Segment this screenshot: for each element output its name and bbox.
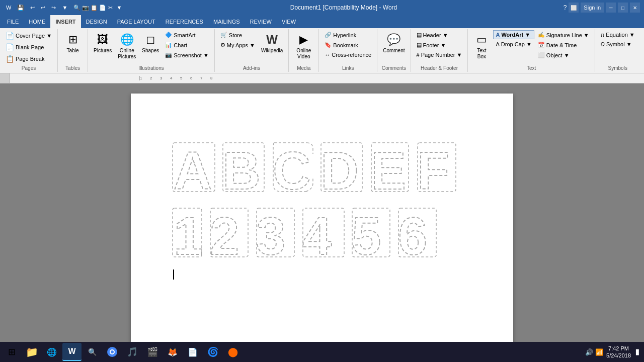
svg-text:4: 4 xyxy=(302,207,332,259)
addins-buttons: 🛒 Store ⚙ My Apps ▼ W Wikipedia xyxy=(218,30,286,64)
pictures-btn[interactable]: 🖼 Pictures xyxy=(91,30,114,55)
cross-reference-icon: ↔ xyxy=(325,52,330,58)
tab-home[interactable]: HOME xyxy=(24,15,50,28)
minimize-btn[interactable]: ─ xyxy=(606,3,616,13)
vlc-btn[interactable]: 🎵 xyxy=(123,343,142,361)
app9-btn[interactable]: 🌀 xyxy=(203,343,222,361)
date-time-btn[interactable]: 📅 Date & Time xyxy=(535,40,592,50)
smartart-btn[interactable]: 🔷 SmartArt xyxy=(163,30,211,40)
word-logo-btn[interactable]: W xyxy=(4,4,13,12)
save-btn[interactable]: 💾 xyxy=(15,4,26,12)
undo2-btn[interactable]: ↩ xyxy=(39,4,47,12)
svg-text:A: A xyxy=(174,141,212,194)
number-2-svg: 2 xyxy=(209,204,250,259)
my-apps-btn[interactable]: ⚙ My Apps ▼ xyxy=(218,40,258,50)
text-box-btn[interactable]: ▭ TextBox xyxy=(471,30,492,61)
ribbon-group-symbols: π Equation ▼ Ω Symbol ▼ Symbols xyxy=(595,29,640,72)
firefox-btn[interactable]: 🦊 xyxy=(163,343,182,361)
tab-design[interactable]: DESIGN xyxy=(81,15,112,28)
wordart-btn[interactable]: A WordArt ▼ xyxy=(493,30,534,39)
chrome-btn[interactable] xyxy=(103,343,122,361)
signature-line-btn[interactable]: ✍ Signature Line ▼ xyxy=(535,30,592,40)
header-btn[interactable]: ▤ Header ▼ xyxy=(414,30,465,40)
links-label: Links xyxy=(322,65,374,71)
header-footer-buttons: ▤ Header ▼ ▤ Footer ▼ # Page Number ▼ xyxy=(414,30,465,64)
footer-icon: ▤ xyxy=(417,42,422,48)
maximize-btn[interactable]: □ xyxy=(618,3,628,13)
ribbon-group-addins: 🛒 Store ⚙ My Apps ▼ W Wikipedia Add-ins xyxy=(215,29,289,72)
number-3-svg: 3 xyxy=(255,204,296,259)
tab-view[interactable]: VIEW xyxy=(277,15,301,28)
dropcap-btn[interactable]: A Drop Cap ▼ xyxy=(493,40,534,49)
tab-file[interactable]: FILE xyxy=(2,15,24,28)
tables-label: Tables xyxy=(61,65,85,71)
redo-btn[interactable]: ↪ xyxy=(49,4,58,12)
wikipedia-icon: W xyxy=(264,32,280,48)
wikipedia-btn[interactable]: W Wikipedia xyxy=(259,30,285,55)
page-number-btn[interactable]: # Page Number ▼ xyxy=(414,50,465,59)
svg-text:1: 1 xyxy=(174,207,203,259)
blank-page-btn[interactable]: 📄 Blank Page xyxy=(3,42,54,53)
letter-display: A B C D E xyxy=(161,124,483,296)
clock: 7:42 PM 5/24/2018 xyxy=(606,345,631,359)
acrobat-btn[interactable]: 📄 xyxy=(183,343,202,361)
screenshot-btn[interactable]: 📷 Screenshot ▼ xyxy=(163,50,211,60)
number-4-svg: 4 xyxy=(301,204,346,259)
sign-in-btn[interactable]: Sign in xyxy=(581,3,604,13)
ribbon: 📄 Cover Page ▼ 📄 Blank Page 📋 Page Break… xyxy=(0,28,644,73)
comment-btn[interactable]: 💬 Comment xyxy=(380,30,407,55)
equation-btn[interactable]: π Equation ▼ xyxy=(598,30,637,39)
smartart-icon: 🔷 xyxy=(165,32,172,38)
app10-btn[interactable]: ⬤ xyxy=(223,343,243,361)
tab-page-layout[interactable]: PAGE LAYOUT xyxy=(112,15,160,28)
close-btn[interactable]: ✕ xyxy=(630,3,640,13)
cross-reference-btn[interactable]: ↔ Cross-reference xyxy=(322,50,374,59)
search-taskbar-btn[interactable]: 🔍 xyxy=(83,343,102,361)
svg-text:F: F xyxy=(417,141,449,194)
edge-btn[interactable]: 🌐 xyxy=(42,343,61,361)
store-btn[interactable]: 🛒 Store xyxy=(218,30,258,40)
video-btn[interactable]: 🎬 xyxy=(143,343,162,361)
hyperlink-btn[interactable]: 🔗 Hyperlink xyxy=(322,30,374,40)
more-qat-btn[interactable]: ▼ xyxy=(115,4,124,12)
footer-btn[interactable]: ▤ Footer ▼ xyxy=(414,40,465,50)
customize-qat-btn[interactable]: ▼ xyxy=(60,4,69,12)
undo-btn[interactable]: ↩ xyxy=(28,4,37,12)
header-icon: ▤ xyxy=(417,32,422,38)
comments-buttons: 💬 Comment xyxy=(380,30,407,64)
show-desktop-btn[interactable]: ▊ xyxy=(634,349,642,355)
file-explorer-btn[interactable]: 📁 xyxy=(22,343,41,361)
ribbon-group-media: ▶ OnlineVideo Media xyxy=(289,29,319,72)
tab-mailings[interactable]: MAILINGS xyxy=(208,15,245,28)
letter-C-svg: C xyxy=(272,139,314,194)
document-area: A B C D E xyxy=(0,83,644,355)
word-taskbar-btn[interactable]: W xyxy=(62,343,82,361)
pages-buttons: 📄 Cover Page ▼ 📄 Blank Page 📋 Page Break xyxy=(3,30,54,64)
object-btn[interactable]: ⬜ Object ▼ xyxy=(535,50,592,60)
start-btn[interactable]: ⊞ xyxy=(2,343,21,361)
header-footer-label: Header & Footer xyxy=(414,65,465,71)
tab-review[interactable]: REVIEW xyxy=(245,15,277,28)
online-video-btn[interactable]: ▶ OnlineVideo xyxy=(293,30,314,61)
document-page[interactable]: A B C D E xyxy=(131,94,513,345)
help-btn[interactable]: ? xyxy=(564,4,567,11)
media-buttons: ▶ OnlineVideo xyxy=(293,30,314,64)
equation-icon: π xyxy=(601,32,605,38)
shapes-icon: ◻ xyxy=(142,32,158,48)
shapes-btn[interactable]: ◻ Shapes xyxy=(139,30,162,55)
svg-text:D: D xyxy=(320,141,359,194)
qat-extras: 🔍 📷 📋 📄 ✂ xyxy=(73,5,112,11)
page-break-btn[interactable]: 📋 Page Break xyxy=(3,53,54,64)
cover-page-btn[interactable]: 📄 Cover Page ▼ xyxy=(3,30,54,41)
tab-references[interactable]: REFERENCES xyxy=(160,15,208,28)
bookmark-btn[interactable]: 🔖 Bookmark xyxy=(322,40,374,50)
chart-btn[interactable]: 📊 Chart xyxy=(163,40,211,50)
online-pictures-btn[interactable]: 🌐 OnlinePictures xyxy=(115,30,138,61)
restore-ribbon-btn[interactable]: ⬜ xyxy=(569,3,579,13)
ribbon-group-header-footer: ▤ Header ▼ ▤ Footer ▼ # Page Number ▼ He… xyxy=(411,29,468,72)
online-pictures-icon: 🌐 xyxy=(119,32,135,48)
table-btn[interactable]: ⊞ Table xyxy=(62,30,84,55)
tab-insert[interactable]: INSERT xyxy=(50,15,80,28)
wordart-icon: A xyxy=(496,32,500,38)
symbol-btn[interactable]: Ω Symbol ▼ xyxy=(598,40,637,49)
